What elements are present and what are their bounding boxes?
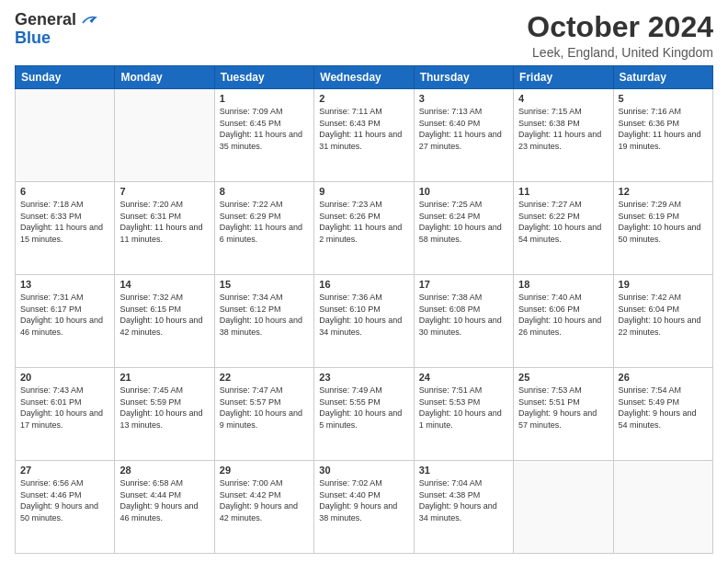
day-info: Sunrise: 7:27 AM Sunset: 6:22 PM Dayligh… [518, 199, 608, 245]
day-info: Sunrise: 7:34 AM Sunset: 6:12 PM Dayligh… [220, 292, 309, 338]
calendar-cell: 25Sunrise: 7:53 AM Sunset: 5:51 PM Dayli… [514, 368, 613, 461]
day-number: 19 [619, 279, 708, 290]
calendar-cell: 14Sunrise: 7:32 AM Sunset: 6:15 PM Dayli… [115, 275, 214, 368]
month-title: October 2024 [527, 11, 713, 43]
day-header-friday: Friday [514, 66, 613, 89]
calendar-header-row: SundayMondayTuesdayWednesdayThursdayFrid… [16, 66, 713, 89]
day-number: 25 [518, 372, 608, 383]
calendar-cell: 10Sunrise: 7:25 AM Sunset: 6:24 PM Dayli… [414, 182, 513, 275]
week-row-1: 6Sunrise: 7:18 AM Sunset: 6:33 PM Daylig… [16, 182, 713, 275]
calendar-cell: 3Sunrise: 7:13 AM Sunset: 6:40 PM Daylig… [414, 89, 513, 182]
day-number: 1 [220, 93, 309, 104]
calendar-cell: 29Sunrise: 7:00 AM Sunset: 4:42 PM Dayli… [214, 461, 313, 554]
calendar-cell [613, 461, 712, 554]
calendar-cell: 23Sunrise: 7:49 AM Sunset: 5:55 PM Dayli… [314, 368, 414, 461]
day-number: 28 [119, 465, 209, 476]
day-info: Sunrise: 7:16 AM Sunset: 6:36 PM Dayligh… [619, 106, 708, 152]
calendar-cell: 21Sunrise: 7:45 AM Sunset: 5:59 PM Dayli… [115, 368, 214, 461]
day-header-saturday: Saturday [613, 66, 712, 89]
day-header-tuesday: Tuesday [214, 66, 313, 89]
day-number: 31 [419, 465, 508, 476]
day-info: Sunrise: 7:45 AM Sunset: 5:59 PM Dayligh… [119, 385, 209, 431]
calendar-cell: 15Sunrise: 7:34 AM Sunset: 6:12 PM Dayli… [214, 275, 313, 368]
day-number: 23 [319, 372, 408, 383]
day-info: Sunrise: 7:25 AM Sunset: 6:24 PM Dayligh… [419, 199, 508, 245]
week-row-4: 27Sunrise: 6:56 AM Sunset: 4:46 PM Dayli… [16, 461, 713, 554]
logo-bird-icon [81, 14, 97, 27]
day-info: Sunrise: 7:51 AM Sunset: 5:53 PM Dayligh… [419, 385, 508, 431]
calendar-cell: 4Sunrise: 7:15 AM Sunset: 6:38 PM Daylig… [514, 89, 613, 182]
calendar-cell: 16Sunrise: 7:36 AM Sunset: 6:10 PM Dayli… [314, 275, 414, 368]
day-header-thursday: Thursday [414, 66, 513, 89]
day-number: 17 [419, 279, 508, 290]
day-number: 15 [220, 279, 309, 290]
day-info: Sunrise: 7:49 AM Sunset: 5:55 PM Dayligh… [319, 385, 408, 431]
day-info: Sunrise: 7:32 AM Sunset: 6:15 PM Dayligh… [119, 292, 209, 338]
calendar-table: SundayMondayTuesdayWednesdayThursdayFrid… [15, 65, 713, 554]
day-info: Sunrise: 7:36 AM Sunset: 6:10 PM Dayligh… [319, 292, 408, 338]
calendar-cell: 5Sunrise: 7:16 AM Sunset: 6:36 PM Daylig… [613, 89, 712, 182]
calendar-cell: 24Sunrise: 7:51 AM Sunset: 5:53 PM Dayli… [414, 368, 513, 461]
day-info: Sunrise: 7:02 AM Sunset: 4:40 PM Dayligh… [319, 477, 408, 523]
day-info: Sunrise: 7:15 AM Sunset: 6:38 PM Dayligh… [518, 106, 608, 152]
calendar-cell: 8Sunrise: 7:22 AM Sunset: 6:29 PM Daylig… [214, 182, 313, 275]
calendar-cell: 31Sunrise: 7:04 AM Sunset: 4:38 PM Dayli… [414, 461, 513, 554]
day-number: 6 [20, 186, 109, 197]
day-info: Sunrise: 7:29 AM Sunset: 6:19 PM Dayligh… [619, 199, 708, 245]
calendar-cell: 26Sunrise: 7:54 AM Sunset: 5:49 PM Dayli… [613, 368, 712, 461]
day-info: Sunrise: 7:09 AM Sunset: 6:45 PM Dayligh… [220, 106, 309, 152]
day-number: 7 [119, 186, 209, 197]
day-info: Sunrise: 7:20 AM Sunset: 6:31 PM Dayligh… [119, 199, 209, 245]
calendar-cell [514, 461, 613, 554]
day-info: Sunrise: 7:22 AM Sunset: 6:29 PM Dayligh… [220, 199, 309, 245]
day-header-monday: Monday [115, 66, 214, 89]
day-info: Sunrise: 7:11 AM Sunset: 6:43 PM Dayligh… [319, 106, 408, 152]
calendar-cell: 30Sunrise: 7:02 AM Sunset: 4:40 PM Dayli… [314, 461, 414, 554]
day-info: Sunrise: 6:56 AM Sunset: 4:46 PM Dayligh… [20, 477, 109, 523]
day-info: Sunrise: 7:23 AM Sunset: 6:26 PM Dayligh… [319, 199, 408, 245]
day-number: 18 [518, 279, 608, 290]
calendar-cell: 6Sunrise: 7:18 AM Sunset: 6:33 PM Daylig… [16, 182, 115, 275]
calendar-cell: 11Sunrise: 7:27 AM Sunset: 6:22 PM Dayli… [514, 182, 613, 275]
week-row-3: 20Sunrise: 7:43 AM Sunset: 6:01 PM Dayli… [16, 368, 713, 461]
day-info: Sunrise: 6:58 AM Sunset: 4:44 PM Dayligh… [119, 477, 209, 523]
day-info: Sunrise: 7:43 AM Sunset: 6:01 PM Dayligh… [20, 385, 109, 431]
calendar-cell: 9Sunrise: 7:23 AM Sunset: 6:26 PM Daylig… [314, 182, 414, 275]
day-info: Sunrise: 7:54 AM Sunset: 5:49 PM Dayligh… [619, 385, 708, 431]
day-number: 2 [319, 93, 408, 104]
day-number: 21 [119, 372, 209, 383]
calendar-cell: 27Sunrise: 6:56 AM Sunset: 4:46 PM Dayli… [16, 461, 115, 554]
day-info: Sunrise: 7:13 AM Sunset: 6:40 PM Dayligh… [419, 106, 508, 152]
day-number: 29 [220, 465, 309, 476]
day-number: 16 [319, 279, 408, 290]
day-info: Sunrise: 7:18 AM Sunset: 6:33 PM Dayligh… [20, 199, 109, 245]
day-info: Sunrise: 7:04 AM Sunset: 4:38 PM Dayligh… [419, 477, 508, 523]
logo-general: General [15, 11, 97, 29]
calendar-cell: 12Sunrise: 7:29 AM Sunset: 6:19 PM Dayli… [613, 182, 712, 275]
week-row-0: 1Sunrise: 7:09 AM Sunset: 6:45 PM Daylig… [16, 89, 713, 182]
day-number: 11 [518, 186, 608, 197]
calendar-cell: 1Sunrise: 7:09 AM Sunset: 6:45 PM Daylig… [214, 89, 313, 182]
day-number: 3 [419, 93, 508, 104]
day-header-wednesday: Wednesday [314, 66, 414, 89]
logo: General Blue [15, 11, 97, 48]
day-number: 14 [119, 279, 209, 290]
day-header-sunday: Sunday [16, 66, 115, 89]
calendar-cell [115, 89, 214, 182]
day-number: 8 [220, 186, 309, 197]
day-number: 24 [419, 372, 508, 383]
calendar-cell: 19Sunrise: 7:42 AM Sunset: 6:04 PM Dayli… [613, 275, 712, 368]
page: General Blue October 2024 Leek, England,… [0, 0, 728, 563]
day-number: 4 [518, 93, 608, 104]
day-info: Sunrise: 7:40 AM Sunset: 6:06 PM Dayligh… [518, 292, 608, 338]
calendar-cell: 18Sunrise: 7:40 AM Sunset: 6:06 PM Dayli… [514, 275, 613, 368]
calendar-cell: 7Sunrise: 7:20 AM Sunset: 6:31 PM Daylig… [115, 182, 214, 275]
day-number: 12 [619, 186, 708, 197]
calendar-cell: 2Sunrise: 7:11 AM Sunset: 6:43 PM Daylig… [314, 89, 414, 182]
calendar-cell: 20Sunrise: 7:43 AM Sunset: 6:01 PM Dayli… [16, 368, 115, 461]
calendar-cell [16, 89, 115, 182]
week-row-2: 13Sunrise: 7:31 AM Sunset: 6:17 PM Dayli… [16, 275, 713, 368]
day-number: 10 [419, 186, 508, 197]
day-info: Sunrise: 7:47 AM Sunset: 5:57 PM Dayligh… [220, 385, 309, 431]
logo-blue: Blue [15, 29, 97, 48]
